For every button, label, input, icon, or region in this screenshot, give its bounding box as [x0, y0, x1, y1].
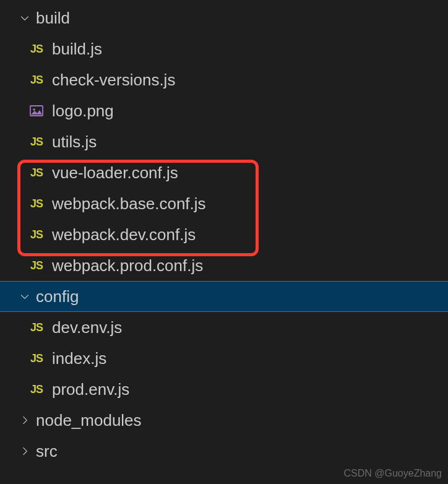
js-icon: JS — [27, 383, 46, 396]
folder-label: build — [36, 9, 70, 28]
file-label: utils.js — [52, 132, 97, 152]
file-label: webpack.prod.conf.js — [52, 256, 203, 275]
file-dev-env-js[interactable]: JS dev.env.js — [0, 312, 448, 343]
file-label: prod.env.js — [52, 380, 129, 399]
file-webpack-prod-conf-js[interactable]: JS webpack.prod.conf.js — [0, 250, 448, 281]
file-prod-env-js[interactable]: JS prod.env.js — [0, 374, 448, 405]
file-vue-loader-conf-js[interactable]: JS vue-loader.conf.js — [0, 157, 448, 188]
file-label: logo.png — [52, 102, 114, 121]
folder-label: node_modules — [36, 411, 142, 430]
file-tree: build JS build.js JS check-versions.js l… — [0, 0, 448, 467]
file-label: webpack.base.conf.js — [52, 194, 206, 214]
folder-src[interactable]: src — [0, 436, 448, 467]
js-icon: JS — [27, 136, 46, 149]
file-label: index.js — [52, 349, 106, 368]
js-icon: JS — [27, 228, 46, 241]
file-logo-png[interactable]: logo.png — [0, 95, 448, 126]
js-icon: JS — [27, 43, 46, 56]
folder-label: src — [36, 442, 58, 461]
svg-point-1 — [33, 108, 35, 111]
file-label: check-versions.js — [52, 71, 175, 90]
chevron-down-icon — [17, 289, 32, 304]
folder-node-modules[interactable]: node_modules — [0, 405, 448, 436]
file-webpack-dev-conf-js[interactable]: JS webpack.dev.conf.js — [0, 219, 448, 250]
chevron-right-icon — [17, 413, 32, 428]
file-utils-js[interactable]: JS utils.js — [0, 126, 448, 157]
chevron-right-icon — [17, 444, 32, 459]
file-build-js[interactable]: JS build.js — [0, 33, 448, 64]
chevron-down-icon — [17, 11, 32, 25]
image-icon — [27, 103, 46, 118]
folder-config[interactable]: config — [0, 281, 448, 312]
file-index-js[interactable]: JS index.js — [0, 343, 448, 374]
file-label: vue-loader.conf.js — [52, 163, 178, 183]
file-webpack-base-conf-js[interactable]: JS webpack.base.conf.js — [0, 188, 448, 219]
js-icon: JS — [27, 74, 46, 87]
js-icon: JS — [27, 352, 46, 365]
file-check-versions-js[interactable]: JS check-versions.js — [0, 64, 448, 95]
js-icon: JS — [27, 197, 46, 210]
js-icon: JS — [27, 166, 46, 179]
folder-build[interactable]: build — [0, 2, 448, 33]
file-label: webpack.dev.conf.js — [52, 225, 196, 244]
folder-label: config — [36, 287, 79, 306]
watermark: CSDN @GuoyeZhang — [343, 468, 442, 479]
js-icon: JS — [27, 321, 46, 334]
js-icon: JS — [27, 259, 46, 272]
file-label: dev.env.js — [52, 318, 122, 337]
file-label: build.js — [52, 40, 102, 59]
